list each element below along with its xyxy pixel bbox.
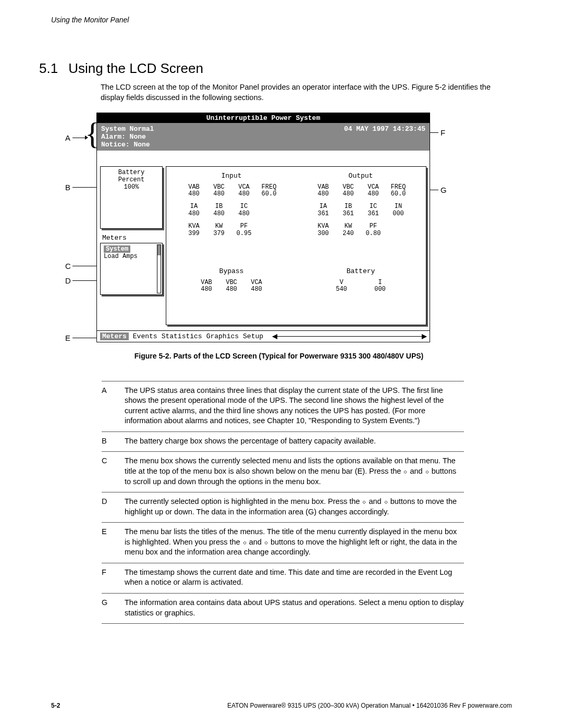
battery-block: Battery VI 540000 xyxy=(299,265,423,322)
menubar-statistics: Statistics xyxy=(162,332,202,340)
status-alarm: Alarm: None xyxy=(101,133,154,141)
lcd-status-area: System Normal Alarm: None Notice: None 0… xyxy=(97,123,430,151)
scrollbar xyxy=(157,244,161,293)
figure-5-2: { A B C D E F G Uninterruptible Power Sy… xyxy=(65,113,461,360)
menu-box: System Load Amps xyxy=(100,243,163,295)
desc-row-B: BThe battery charge box shows the percen… xyxy=(102,432,464,452)
section-number: 5.1 xyxy=(39,60,58,76)
page-number: 5-2 xyxy=(51,702,60,709)
output-header: Output xyxy=(303,172,419,180)
section-title-text: Using the LCD Screen xyxy=(68,60,203,76)
status-mode: System Normal xyxy=(101,125,154,133)
battery-header: Battery xyxy=(303,267,419,275)
bypass-block: Bypass VABVBCVCA 480480480 xyxy=(169,265,293,322)
footer-text: EATON Powerware® 9315 UPS (200–300 kVA) … xyxy=(227,702,512,709)
callout-descriptions: AThe UPS status area contains three line… xyxy=(102,381,464,624)
figure-caption: Figure 5-2. Parts of the LCD Screen (Typ… xyxy=(96,352,461,360)
input-block: Input VABVBCVCAFREQ 48048048060.0 IAIBIC… xyxy=(169,170,293,265)
menubar-setup: Setup xyxy=(243,332,263,340)
section-heading: 5.1Using the LCD Screen xyxy=(39,60,512,77)
status-notice: Notice: None xyxy=(101,141,154,149)
desc-row-F: FThe timestamp shows the current date an… xyxy=(102,563,464,594)
battery-box: Battery Percent 100% xyxy=(100,166,163,229)
desc-row-D: DThe currently selected option is highli… xyxy=(102,492,464,523)
callout-G: G xyxy=(440,186,447,194)
input-header: Input xyxy=(174,172,289,180)
callout-D: D xyxy=(65,276,71,285)
battery-label2: Percent xyxy=(104,176,159,183)
battery-percent: 100% xyxy=(104,183,159,191)
callout-A: A xyxy=(65,133,70,142)
bypass-header: Bypass xyxy=(174,267,289,275)
desc-row-G: GThe information area contains data abou… xyxy=(102,594,464,624)
menubar-events: Events xyxy=(133,332,157,340)
lcd-title: Uninterruptible Power System xyxy=(97,113,430,123)
callout-C: C xyxy=(65,262,71,270)
menu-selected: System xyxy=(104,245,130,253)
menu-title: Meters xyxy=(100,233,163,243)
lcd-screen: Uninterruptible Power System System Norm… xyxy=(96,113,430,342)
callout-F: F xyxy=(440,128,445,137)
running-header: Using the Monitor Panel xyxy=(0,0,563,24)
menu-bar: Meters Events Statistics Graphics Setup xyxy=(97,330,430,342)
battery-label: Battery xyxy=(104,169,159,176)
desc-row-E: EThe menu bar lists the titles of the me… xyxy=(102,523,464,563)
desc-row-C: CThe menu box shows the currently select… xyxy=(102,452,464,492)
nav-arrow-icon xyxy=(273,336,426,337)
information-area: Input VABVBCVCAFREQ 48048048060.0 IAIBIC… xyxy=(166,166,426,325)
desc-row-A: AThe UPS status area contains three line… xyxy=(102,381,464,432)
callout-E: E xyxy=(65,334,70,342)
intro-paragraph: The LCD screen at the top of the Monitor… xyxy=(101,82,512,103)
menubar-meters: Meters xyxy=(100,332,129,340)
lcd-timestamp: 04 MAY 1997 14:23:45 xyxy=(344,125,425,149)
menu-item: Load Amps xyxy=(104,253,159,260)
output-block: Output VABVBCVCAFREQ 48048048060.0 IAIBI… xyxy=(299,170,423,265)
menubar-graphics: Graphics xyxy=(206,332,239,340)
callout-B: B xyxy=(65,183,70,192)
page-footer: 5-2 EATON Powerware® 9315 UPS (200–300 k… xyxy=(51,702,512,709)
